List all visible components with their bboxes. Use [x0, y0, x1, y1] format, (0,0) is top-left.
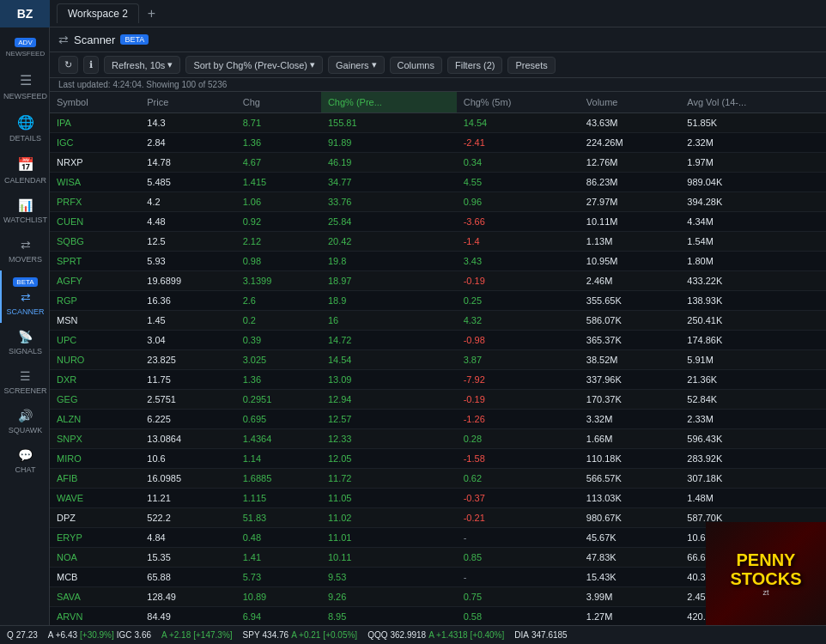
cell-volume: 586.07K	[580, 311, 681, 331]
col-header-symbol[interactable]: Symbol	[50, 92, 140, 113]
cell-chg-5m: 0.85	[457, 548, 580, 568]
bottom-q-item: Q 27.23	[7, 630, 38, 640]
sidebar-item-signals[interactable]: 📡 SIGNALS	[0, 323, 49, 362]
cell-price: 522.2	[140, 508, 235, 528]
sidebar-item-chat[interactable]: 💬 CHAT	[0, 441, 49, 481]
sidebar-item-watchlist[interactable]: 📊 WATCHLIST	[0, 191, 49, 231]
q-symbol: Q	[7, 630, 14, 640]
info-button[interactable]: ℹ	[83, 56, 99, 74]
table-row[interactable]: NRXP 14.78 4.67 46.19 0.34 12.76M 1.97M	[50, 153, 826, 173]
table-row[interactable]: CUEN 4.48 0.92 25.84 -3.66 10.11M 4.34M	[50, 212, 826, 232]
filters-button[interactable]: Filters (2)	[447, 57, 502, 74]
col-header-chg[interactable]: Chg	[236, 92, 321, 113]
sidebar-item-label: CALENDAR	[4, 176, 46, 185]
cell-volume: 566.57K	[580, 469, 681, 489]
col-header-price[interactable]: Price	[140, 92, 235, 113]
sidebar-item-movers[interactable]: ⇄ MOVERS	[0, 231, 49, 270]
table-row[interactable]: IPA 14.3 8.71 155.81 14.54 43.63M 51.85K	[50, 113, 826, 133]
table-row[interactable]: RGP 16.36 2.6 18.9 0.25 355.65K 138.93K	[50, 291, 826, 311]
cell-symbol: WISA	[50, 173, 140, 192]
cell-avg-vol: 307.18K	[680, 469, 826, 489]
cell-chg: 1.4364	[236, 429, 321, 449]
table-row[interactable]: SQBG 12.5 2.12 20.42 -1.4 1.13M 1.54M	[50, 232, 826, 252]
table-row[interactable]: IGC 2.84 1.36 91.89 -2.41 224.26M 2.32M	[50, 133, 826, 153]
cell-price: 6.225	[140, 410, 235, 429]
table-row[interactable]: ALZN 6.225 0.695 12.57 -1.26 3.32M 2.33M	[50, 410, 826, 429]
cell-chg-pct: 25.84	[321, 212, 457, 232]
signals-icon: 📡	[18, 330, 33, 343]
table-row[interactable]: GEG 2.5751 0.2951 12.94 -0.19 170.37K 52…	[50, 390, 826, 410]
cell-chg-5m: 3.43	[457, 252, 580, 271]
refresh-icon: ↻	[64, 59, 72, 70]
table-row[interactable]: UPC 3.04 0.39 14.72 -0.98 365.37K 174.86…	[50, 331, 826, 350]
refresh-rate-dropdown[interactable]: Refresh, 10s ▾	[104, 56, 180, 74]
table-row[interactable]: WAVE 11.21 1.115 11.05 -0.37 113.03K 1.4…	[50, 489, 826, 508]
scanner-title: Scanner	[74, 33, 115, 46]
col-header-chg-pct[interactable]: Chg% (Pre...	[321, 92, 457, 113]
col-header-chg-5m[interactable]: Chg% (5m)	[457, 92, 580, 113]
cell-avg-vol: 283.92K	[680, 449, 826, 469]
table-row[interactable]: MSN 1.45 0.2 16 4.32 586.07K 250.41K	[50, 311, 826, 331]
cell-symbol: ALZN	[50, 410, 140, 429]
workspace-tab-active[interactable]: Workspace 2	[57, 3, 139, 23]
chevron-down-icon: ▾	[167, 59, 173, 70]
cell-avg-vol: 1.97M	[680, 153, 826, 173]
col-header-avg-vol[interactable]: Avg Vol (14-...	[680, 92, 826, 113]
sort-dropdown[interactable]: Sort by Chg% (Prev-Close) ▾	[185, 56, 323, 74]
sidebar-item-details[interactable]: 🌐 DETAILS	[0, 107, 49, 149]
movers-icon: ⇄	[21, 238, 31, 252]
cell-chg-pct: 19.8	[321, 252, 457, 271]
cell-avg-vol: 138.93K	[680, 291, 826, 311]
sidebar-item-scanner[interactable]: BETA ⇄ SCANNER	[0, 270, 49, 323]
cell-symbol: MCB	[50, 568, 140, 587]
table-row[interactable]: SPRT 5.93 0.98 19.8 3.43 10.95M 1.80M	[50, 252, 826, 271]
columns-button[interactable]: Columns	[390, 57, 442, 74]
cell-price: 16.0985	[140, 469, 235, 489]
cell-avg-vol: 21.36K	[680, 370, 826, 390]
cell-chg-5m: -0.19	[457, 271, 580, 291]
cell-price: 23.825	[140, 350, 235, 370]
cell-price: 2.84	[140, 133, 235, 153]
cell-price: 14.3	[140, 113, 235, 133]
gainers-dropdown[interactable]: Gainers ▾	[328, 56, 385, 74]
refresh-button[interactable]: ↻	[58, 56, 78, 74]
cell-price: 19.6899	[140, 271, 235, 291]
col-header-volume[interactable]: Volume	[580, 92, 681, 113]
bz-logo: BZ	[0, 0, 50, 27]
cell-chg-pct: 12.33	[321, 429, 457, 449]
table-row[interactable]: SNPX 13.0864 1.4364 12.33 0.28 1.66M 596…	[50, 429, 826, 449]
table-row[interactable]: DXR 11.75 1.36 13.09 -7.92 337.96K 21.36…	[50, 370, 826, 390]
sidebar-item-squawk[interactable]: 🔊 SQUAWK	[0, 402, 49, 441]
q-price: 27.23	[16, 630, 38, 640]
sidebar-item-newsfeed[interactable]: ☰ NEWSFEED	[0, 65, 49, 107]
cell-price: 128.49	[140, 587, 235, 607]
sidebar-item-label: SCREENER	[4, 386, 47, 395]
cell-chg-pct: 10.11	[321, 548, 457, 568]
table-row[interactable]: AGFY 19.6899 3.1399 18.97 -0.19 2.46M 43…	[50, 271, 826, 291]
cell-chg: 0.2951	[236, 390, 321, 410]
qqq-symbol: QQQ	[367, 630, 387, 640]
cell-price: 14.78	[140, 153, 235, 173]
cell-chg: 2.6	[236, 291, 321, 311]
sidebar-item-label: CHAT	[15, 465, 36, 474]
sort-label: Sort by Chg% (Prev-Close)	[193, 60, 307, 70]
table-row[interactable]: PRFX 4.2 1.06 33.76 0.96 27.97M 394.28K	[50, 192, 826, 212]
cell-price: 15.35	[140, 548, 235, 568]
newsfeed-icon: ☰	[20, 72, 32, 88]
table-row[interactable]: MIRO 10.6 1.14 12.05 -1.58 110.18K 283.9…	[50, 449, 826, 469]
igc-adv-symbol: A +6.43	[48, 630, 77, 640]
info-icon: ℹ	[89, 59, 93, 70]
table-row[interactable]: AFIB 16.0985 1.6885 11.72 0.62 566.57K 3…	[50, 469, 826, 489]
cell-chg: 1.06	[236, 192, 321, 212]
presets-button[interactable]: Presets	[507, 57, 555, 74]
cell-avg-vol: 394.28K	[680, 192, 826, 212]
table-row[interactable]: NURO 23.825 3.025 14.54 3.87 38.52M 5.91…	[50, 350, 826, 370]
table-row[interactable]: WISA 5.485 1.415 34.77 4.55 86.23M 989.0…	[50, 173, 826, 192]
cell-symbol: NRXP	[50, 153, 140, 173]
add-workspace-tab-button[interactable]: +	[143, 6, 161, 21]
sidebar-item-calendar[interactable]: 📅 CALENDAR	[0, 149, 49, 191]
sidebar-item-label: SIGNALS	[9, 347, 42, 355]
sidebar-item-adv-newsfeed[interactable]: ADV NEWSFEED	[0, 31, 49, 65]
adv-newsfeed-badge: ADV	[15, 38, 35, 47]
sidebar-item-screener[interactable]: ☰ SCREENER	[0, 362, 49, 402]
